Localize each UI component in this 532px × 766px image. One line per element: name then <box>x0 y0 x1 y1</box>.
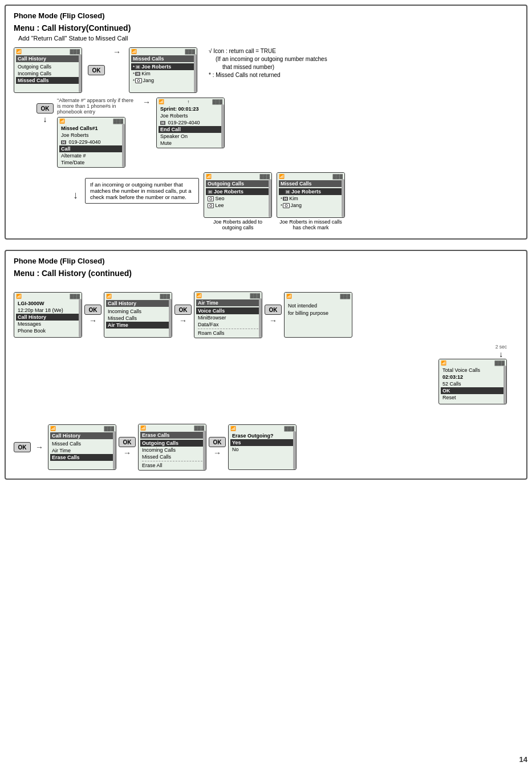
screen-header-4: 📶 ↑ ▓▓▓ <box>157 98 224 104</box>
che-erase: Erase Calls <box>50 454 114 461</box>
screen-header-s2ch: 📶 ▓▓▓ <box>104 293 172 299</box>
o-icon-2: O <box>208 196 214 201</box>
screen-header-3: 📶 ▓▓▓ <box>58 117 125 124</box>
arrow-che: → <box>123 448 131 457</box>
arrow-bottom: → <box>35 443 43 452</box>
ok-button-ec[interactable]: OK <box>209 437 226 447</box>
signal-bars-ni: 📶 <box>286 294 292 299</box>
check-icon: ✓ <box>281 189 285 194</box>
lgi-line1: LGI-3000W <box>16 300 80 307</box>
ok-down-wrapper: OK ↓ <box>36 103 54 124</box>
screen-title-at: Air Time <box>196 299 260 306</box>
screen-item-missed: Missed Calls <box>16 77 80 84</box>
at-roam: Roam Calls <box>196 330 260 337</box>
screen-missed-final: 📶 ▓▓▓ Missed Calls ✓ H Joe Roberts * H K… <box>277 172 345 218</box>
signal-bars-s2ch: 📶 <box>106 294 112 299</box>
ok-arrow-wrapper-che: OK → <box>119 437 136 457</box>
ok-arrow-wrapper-s2ch: OK → <box>174 305 192 325</box>
ec-outgoing: Outgoing Calls <box>140 440 204 447</box>
ok-button-down[interactable]: OK <box>36 103 54 114</box>
ec-divider <box>142 461 202 461</box>
outgoing-note: Joe Roberts added to outgoing calls <box>204 219 272 230</box>
screen-header-ni: 📶 ▓▓▓ <box>285 293 352 299</box>
legend-line4: * : Missed Calls not returned <box>209 71 327 79</box>
scrollbar-tv <box>503 366 506 404</box>
screen-header-5: 📶 ▓▓▓ <box>204 173 271 179</box>
scrollbar-5 <box>269 179 271 217</box>
tv-ok: OK <box>441 387 505 394</box>
phone-missed-final: 📶 ▓▓▓ Missed Calls ✓ H Joe Roberts * H K… <box>277 172 345 230</box>
page-number: 14 <box>519 755 527 764</box>
section2-box: Phone Mode (Flip Closed) Menu : Call His… <box>5 250 527 480</box>
screen-item: Outgoing Calls <box>16 63 80 70</box>
screen-body-6: Missed Calls ✓ H Joe Roberts * H Kim * O… <box>277 179 344 217</box>
outgoing-seo: O Seo <box>206 195 270 202</box>
missed-kim: * H Kim <box>279 195 343 202</box>
ok-arrow-wrapper-ec: OK → <box>209 437 226 457</box>
screen-erase-outgoing: 📶 ▓▓▓ Erase Outgoing? Yes No <box>228 424 297 470</box>
ok-button-bottom[interactable]: OK <box>14 442 31 452</box>
ok-button-at[interactable]: OK <box>265 305 282 315</box>
screen-header-tv: 📶 ▓▓▓ <box>439 359 506 366</box>
signal-bars-eo: 📶 <box>230 426 236 431</box>
ok-button-che[interactable]: OK <box>119 437 136 447</box>
sprint-name: Joe Roberts <box>159 112 222 119</box>
speaker-item: Speaker On <box>159 133 222 140</box>
ok-button-s2ch[interactable]: OK <box>174 305 192 315</box>
legend-line3: that missed number) <box>222 63 327 71</box>
screen-item: Incoming Calls <box>16 70 80 77</box>
screen-title-outgoing: Outgoing Calls <box>206 180 270 187</box>
star-icon-5: * <box>281 203 282 208</box>
signal-bars-4: 📶 <box>159 99 164 104</box>
phone-call-history-1: 📶 ▓▓▓ Call History Outgoing Calls Incomi… <box>14 47 82 93</box>
phone-sprint: 📶 ↑ ▓▓▓ Sprint: 00:01:23 Joe Roberts H 0… <box>156 98 225 148</box>
arrow-at: → <box>269 316 277 325</box>
screen-call-hist-s2: 📶 ▓▓▓ Call History Incoming Calls Missed… <box>104 292 172 338</box>
h-icon-5: H <box>208 190 213 194</box>
third-row: ↓ If an incoming or outgoing number that… <box>71 172 518 230</box>
tv-reset: Reset <box>441 394 505 401</box>
battery-icon-2: ▓▓▓ <box>185 49 196 54</box>
arrow-ec: → <box>213 448 221 457</box>
h-icon-2: H <box>135 72 140 76</box>
screen-lgi: 📶 ▓▓▓ LGI-3000W 12:20p Mar 18 (We) Call … <box>14 292 82 338</box>
ok-button-lgi[interactable]: OK <box>84 305 101 315</box>
screen-body-2: Missed Calls * H Joe Roberts * H Kim * O… <box>129 54 197 92</box>
two-sec-label: 2 sec <box>496 344 507 350</box>
phone-call-hist-erase: 📶 ▓▓▓ Call History Missed Calls Air Time… <box>48 424 116 470</box>
screen-call-hist-erase: 📶 ▓▓▓ Call History Missed Calls Air Time… <box>48 424 116 470</box>
screen-erase-calls: 📶 ▓▓▓ Erase Calls Outgoing Calls Incomin… <box>138 424 206 471</box>
battery-icon: ▓▓▓ <box>70 49 80 54</box>
screen-total-voice: 📶 ▓▓▓ Total Voice Calls 02:03:12 52 Call… <box>438 359 507 404</box>
ok-arrow-wrapper-lgi: OK → <box>84 305 101 325</box>
screen-body-lgi: LGI-3000W 12:20p Mar 18 (We) Call Histor… <box>14 299 82 337</box>
ok-arrow-wrapper-at: OK → <box>265 305 282 325</box>
o-icon-3: O <box>208 203 214 208</box>
joe-roberts-name: Joe Roberts <box>59 132 123 139</box>
screen-sprint: 📶 ↑ ▓▓▓ Sprint: 00:01:23 Joe Roberts H 0… <box>156 98 225 148</box>
outgoing-joe: H Joe Roberts <box>206 188 270 195</box>
tv-line1: Total Voice Calls <box>441 367 505 374</box>
arrow-1: → <box>113 47 121 56</box>
missed-jang: * O Jang <box>279 202 343 209</box>
battery-icon-5: ▓▓▓ <box>260 174 270 179</box>
screen-title-che: Call History <box>50 432 114 439</box>
screen-header-eo: 📶 ▓▓▓ <box>229 425 296 431</box>
screen-title-call-history: Call History <box>16 55 80 62</box>
h-icon-7: H <box>283 197 288 201</box>
legend-note: √ Icon : return call = TRUE (If an incom… <box>209 47 327 79</box>
mute-item: Mute <box>159 140 222 147</box>
che-missed: Missed Calls <box>50 440 114 447</box>
s2-bottom-row: OK → 📶 ▓▓▓ Call History Missed Calls Air… <box>14 424 518 471</box>
lgi-call-history: Call History <box>16 314 80 321</box>
battery-icon-6: ▓▓▓ <box>333 174 343 179</box>
ok-button-1[interactable]: OK <box>88 65 105 75</box>
scrollbar-ec <box>203 431 206 470</box>
signal-arrow: ↑ <box>187 99 189 104</box>
battery-icon-eo: ▓▓▓ <box>285 426 295 431</box>
scrollbar-2 <box>194 54 197 92</box>
signal-bars-ec: 📶 <box>140 425 146 431</box>
screen-missed-detail: 📶 ▓▓▓ Missed Calls#1 Joe Roberts H 019-2… <box>57 117 125 168</box>
screen-header-at: 📶 ▓▓▓ <box>194 292 262 298</box>
phone-erase-outgoing: 📶 ▓▓▓ Erase Outgoing? Yes No <box>228 424 297 470</box>
